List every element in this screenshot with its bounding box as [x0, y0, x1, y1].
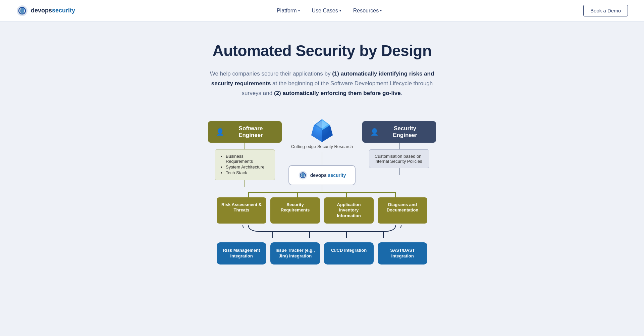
- cicd-box: CI/CD Integration: [324, 242, 374, 265]
- use-cases-chevron-icon: ▾: [339, 9, 341, 12]
- svg-point-14: [303, 173, 305, 175]
- logo-icon: [16, 5, 28, 17]
- devops-logo-small: [298, 171, 308, 180]
- security-person-icon: 👤: [370, 128, 379, 136]
- person-icon: 👤: [216, 128, 224, 136]
- bracket-connector: [211, 225, 433, 238]
- security-engineer-box: 👤 Security Engineer: [362, 121, 436, 143]
- integration-row: Risk Management Integration Issue Tracke…: [217, 242, 427, 265]
- risk-management-box: Risk Management Integration: [217, 242, 266, 265]
- devops-logo-box: devops security: [288, 165, 356, 185]
- svg-line-10: [329, 121, 331, 123]
- resources-link[interactable]: Resources ▾: [353, 8, 382, 14]
- sast-dast-box: SAST/DAST Integration: [378, 242, 427, 265]
- output-row: Risk Assessment & Threats Security Requi…: [217, 197, 427, 224]
- security-requirements-box: Security Requirements: [270, 197, 320, 224]
- page-title: Automated Security by Design: [134, 42, 510, 60]
- logo[interactable]: devopssecurity: [16, 5, 75, 17]
- svg-line-11: [313, 121, 315, 123]
- crystal-icon-area: [295, 118, 349, 143]
- application-inventory-box: Application Inventory Information: [324, 197, 374, 224]
- crystal-label: Cutting-edge Security Research: [291, 144, 353, 150]
- sw-inputs-box: Business Requirements System Architectur…: [215, 149, 275, 180]
- diagrams-documentation-box: Diagrams and Documentation: [378, 197, 427, 224]
- risk-assessment-box: Risk Assessment & Threats: [217, 197, 266, 224]
- crystal-icon: [310, 118, 334, 143]
- svg-point-2: [22, 8, 24, 10]
- issue-tracker-box: Issue Tracker (e.g., Jira) Integration: [270, 242, 320, 265]
- security-inputs-box: Customisation based on internal Security…: [369, 149, 429, 168]
- diagram: 👤 Software Engineer: [134, 118, 510, 265]
- nav-links: Platform ▾ Use Cases ▾ Resources ▾: [277, 8, 382, 14]
- use-cases-link[interactable]: Use Cases ▾: [312, 8, 341, 14]
- logo-text: devopssecurity: [31, 7, 75, 14]
- book-demo-button[interactable]: Book a Demo: [583, 5, 628, 16]
- software-engineer-box: 👤 Software Engineer: [208, 121, 282, 143]
- platform-link[interactable]: Platform ▾: [277, 8, 300, 14]
- platform-chevron-icon: ▾: [298, 9, 300, 12]
- resources-chevron-icon: ▾: [380, 9, 382, 12]
- hero-description: We help companies secure their applicati…: [201, 69, 443, 98]
